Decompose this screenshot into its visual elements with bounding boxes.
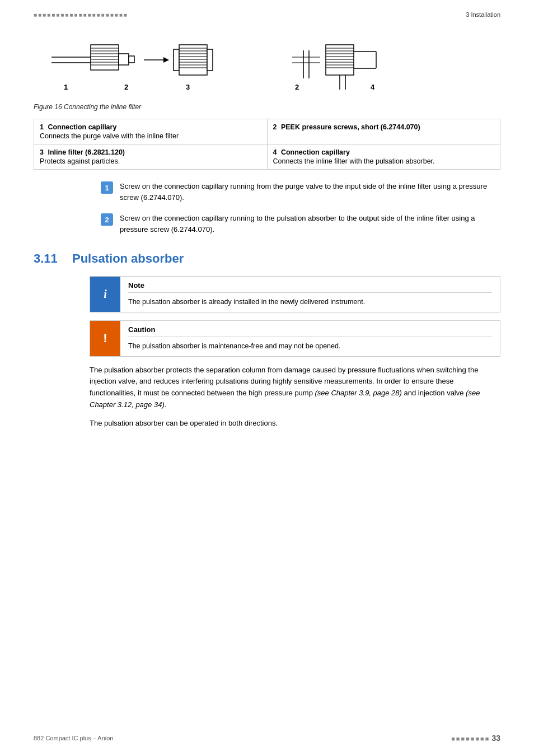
note-box: i Note The pulsation absorber is already… [90, 276, 500, 312]
header-section: 3 Installation [466, 11, 500, 18]
body-paragraph-1: The pulsation absorber protects the sepa… [90, 365, 500, 411]
caution-box: ! Caution The pulsation absorber is main… [90, 320, 500, 357]
section-title: Pulsation absorber [72, 251, 184, 266]
svg-text:1: 1 [64, 83, 68, 91]
note-icon: i [90, 277, 120, 312]
step-1-number: 1 [101, 181, 113, 194]
legend-item-1: 1 Connection capillary Connects the purg… [34, 119, 268, 144]
step-2-number: 2 [101, 213, 113, 226]
step-2-text: Screw on the connection capillary runnin… [120, 213, 500, 235]
section-heading: 3.11 Pulsation absorber [34, 251, 500, 266]
svg-rect-11 [129, 56, 134, 63]
svg-rect-14 [174, 49, 179, 71]
legend-item-3: 3 Inline filter (6.2821.120) Protects ag… [34, 144, 268, 170]
caution-body: The pulsation absorber is maintenance-fr… [128, 341, 492, 352]
page-header: ■■■■■■■■■■■■■■■■■■■■■ 3 Installation [34, 11, 500, 18]
caution-content: Caution The pulsation absorber is mainte… [120, 321, 500, 356]
svg-rect-2 [91, 45, 119, 70]
page-number: 33 [491, 734, 500, 743]
steps-area: 1 Screw on the connection capillary runn… [101, 181, 500, 235]
note-content: Note The pulsation absorber is already i… [120, 277, 500, 312]
section-number: 3.11 [34, 251, 64, 266]
svg-rect-15 [179, 45, 207, 75]
figure-area: 1 2 3 [34, 28, 500, 111]
note-title: Note [128, 281, 492, 293]
svg-rect-24 [207, 49, 213, 71]
caution-title: Caution [128, 325, 492, 337]
header-dots: ■■■■■■■■■■■■■■■■■■■■■ [34, 12, 128, 18]
legend-table: 1 Connection capillary Connects the purg… [34, 119, 500, 170]
svg-text:2: 2 [295, 83, 299, 91]
legend-item-2: 2 PEEK pressure screws, short (6.2744.07… [267, 119, 500, 144]
page-footer: 882 Compact IC plus – Anion ■■■■■■■■ 33 [34, 734, 500, 743]
svg-text:2: 2 [124, 83, 128, 91]
legend-item-4: 4 Connection capillary Connects the inli… [267, 144, 500, 170]
svg-text:3: 3 [186, 83, 190, 91]
footer-dots: ■■■■■■■■ [451, 735, 490, 742]
svg-marker-13 [163, 57, 169, 63]
note-body: The pulsation absorber is already instal… [128, 297, 492, 307]
caution-icon: ! [90, 321, 120, 356]
footer-product: 882 Compact IC plus – Anion [34, 735, 113, 741]
figure-diagram: 1 2 3 [34, 28, 500, 101]
svg-rect-32 [326, 45, 354, 75]
svg-rect-10 [119, 54, 129, 65]
step-1: 1 Screw on the connection capillary runn… [101, 181, 500, 203]
figure-caption: Figure 16 Connecting the inline filter [34, 103, 500, 111]
step-1-text: Screw on the connection capillary runnin… [120, 181, 500, 203]
step-2: 2 Screw on the connection capillary runn… [101, 213, 500, 235]
body-paragraph-2: The pulsation absorber can be operated i… [90, 418, 500, 430]
svg-text:4: 4 [371, 83, 375, 91]
